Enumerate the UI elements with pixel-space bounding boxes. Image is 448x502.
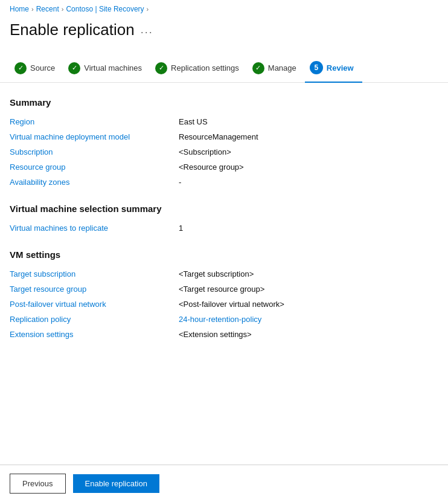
wizard-steps: ✓ Source ✓ Virtual machines ✓ Replicatio…	[0, 49, 448, 83]
vm-settings-heading: VM settings	[10, 249, 438, 260]
step-replication-settings[interactable]: ✓ Replication settings	[150, 57, 248, 82]
summary-value-region: East US	[179, 117, 438, 126]
vms-label-ext-settings[interactable]: Extension settings	[10, 330, 179, 339]
step-vm-check-icon: ✓	[68, 62, 80, 74]
step-review[interactable]: 5 Review	[305, 56, 362, 83]
step-source-label: Source	[30, 63, 55, 72]
breadcrumb: Home › Recent › Contoso | Site Recovery …	[0, 0, 448, 18]
vms-value-ext-settings: <Extension settings>	[179, 330, 438, 339]
vm-settings-section: VM settings Target subscription <Target …	[10, 249, 438, 339]
summary-label-resource-group[interactable]: Resource group	[10, 163, 179, 172]
vm-selection-table: Virtual machines to replicate 1	[10, 224, 438, 233]
step-manage[interactable]: ✓ Manage	[248, 57, 305, 82]
summary-section: Summary Region East US Virtual machine d…	[10, 97, 438, 187]
summary-label-availability-zones[interactable]: Availability zones	[10, 178, 179, 187]
enable-replication-button[interactable]: Enable replication	[73, 474, 159, 493]
breadcrumb-home[interactable]: Home	[10, 5, 29, 13]
step-rep-check-icon: ✓	[155, 62, 167, 74]
step-rep-label: Replication settings	[171, 63, 239, 72]
page-title-options[interactable]: ...	[141, 24, 153, 36]
page-title: Enable replication	[10, 21, 135, 39]
step-manage-check-icon: ✓	[252, 62, 264, 74]
summary-heading: Summary	[10, 97, 438, 108]
summary-table: Region East US Virtual machine deploymen…	[10, 117, 438, 187]
vm-selection-label[interactable]: Virtual machines to replicate	[10, 224, 179, 233]
footer: Previous Enable replication	[0, 465, 448, 502]
summary-label-region[interactable]: Region	[10, 117, 179, 126]
vms-value-target-rg: <Target resource group>	[179, 285, 438, 294]
summary-value-resource-group: <Resource group>	[179, 163, 438, 172]
step-source[interactable]: ✓ Source	[10, 57, 63, 82]
page-title-area: Enable replication ...	[0, 18, 448, 49]
summary-label-deployment[interactable]: Virtual machine deployment model	[10, 132, 179, 141]
vm-settings-table: Target subscription <Target subscription…	[10, 269, 438, 339]
summary-label-subscription[interactable]: Subscription	[10, 147, 179, 156]
breadcrumb-sep-2: ›	[62, 5, 64, 13]
breadcrumb-sep-3: ›	[147, 5, 149, 13]
breadcrumb-recent[interactable]: Recent	[36, 5, 59, 13]
step-virtual-machines[interactable]: ✓ Virtual machines	[63, 57, 150, 82]
vms-label-rep-policy[interactable]: Replication policy	[10, 315, 179, 324]
step-source-check-icon: ✓	[14, 62, 27, 74]
summary-value-subscription: <Subscription>	[179, 147, 438, 156]
vms-label-target-rg[interactable]: Target resource group	[10, 285, 179, 294]
summary-value-availability-zones: -	[179, 178, 438, 187]
vms-label-failover-vnet[interactable]: Post-failover virtual network	[10, 300, 179, 309]
step-manage-label: Manage	[268, 63, 296, 72]
vms-value-failover-vnet: <Post-failover virtual network>	[179, 300, 438, 309]
main-content: Summary Region East US Virtual machine d…	[0, 83, 448, 365]
summary-value-deployment: ResourceManagement	[179, 132, 438, 141]
step-review-number-icon: 5	[310, 61, 323, 74]
vm-selection-heading: Virtual machine selection summary	[10, 204, 438, 214]
vms-label-target-sub[interactable]: Target subscription	[10, 269, 179, 278]
vms-value-rep-policy[interactable]: 24-hour-retention-policy	[179, 315, 438, 324]
step-vm-label: Virtual machines	[84, 63, 142, 72]
previous-button[interactable]: Previous	[10, 474, 66, 494]
breadcrumb-contoso[interactable]: Contoso | Site Recovery	[66, 5, 144, 13]
vm-selection-section: Virtual machine selection summary Virtua…	[10, 204, 438, 233]
vm-selection-value: 1	[179, 224, 438, 233]
breadcrumb-sep-1: ›	[31, 5, 34, 13]
vms-value-target-sub: <Target subscription>	[179, 269, 438, 278]
step-review-label: Review	[327, 63, 354, 72]
